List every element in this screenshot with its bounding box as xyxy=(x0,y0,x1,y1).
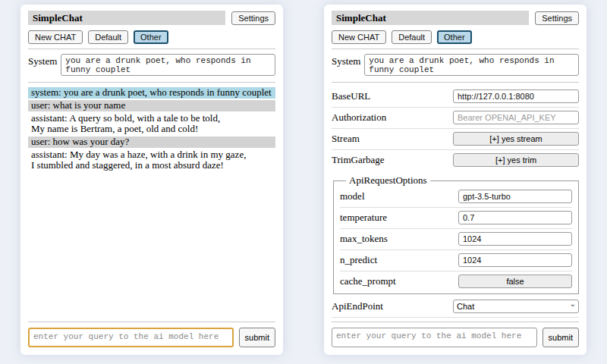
setting-label: TrimGarbage xyxy=(332,154,385,166)
setting-row-authorization: Authorization xyxy=(332,108,579,129)
setting-label: BaseURL xyxy=(332,90,370,102)
setting-label: cache_prompt xyxy=(340,275,396,287)
submit-button[interactable]: submit xyxy=(239,328,275,347)
trimgarbage-toggle-button[interactable]: [+] yes trim xyxy=(453,153,579,167)
app-title: SimpleChat xyxy=(332,11,529,25)
system-label: System xyxy=(332,54,360,76)
setting-row-baseurl: BaseURL xyxy=(332,86,579,108)
setting-label: Authorization xyxy=(332,111,386,124)
titlebar-row: SimpleChat Settings xyxy=(28,11,275,25)
session-tab-default[interactable]: Default xyxy=(392,30,432,44)
settings-button[interactable]: Settings xyxy=(535,11,579,25)
divider xyxy=(28,82,275,83)
chat-message-assistant: assistant: A query so bold, with a tale … xyxy=(28,113,275,135)
setting-label: temperature xyxy=(340,212,387,224)
chat-message-user: user: what is your name xyxy=(28,100,275,111)
setting-row-chathistoryinctxt: ChatHistoryInCtxt Last1 ⌄ xyxy=(332,318,579,318)
toolbar: New CHAT Default Other xyxy=(332,30,579,44)
chat-panel: SimpleChat Settings New CHAT Default Oth… xyxy=(20,5,283,355)
setting-row-model: model xyxy=(340,187,572,208)
settings-button[interactable]: Settings xyxy=(231,11,275,25)
setting-row-apiendpoint: ApiEndPoint Chat ⌄ xyxy=(332,296,579,318)
settings-panel: SimpleChat Settings New CHAT Default Oth… xyxy=(324,5,587,355)
toolbar: New CHAT Default Other xyxy=(28,30,275,44)
n-predict-input[interactable] xyxy=(458,253,572,267)
session-tab-default[interactable]: Default xyxy=(88,30,128,44)
cache-prompt-toggle-button[interactable]: false xyxy=(458,275,572,288)
setting-row-stream: Stream [+] yes stream xyxy=(332,129,579,150)
query-row: submit xyxy=(332,322,579,347)
system-prompt-input[interactable]: you are a drunk poet, who responds in fu… xyxy=(364,54,579,76)
submit-button[interactable]: submit xyxy=(543,328,579,347)
session-tab-other[interactable]: Other xyxy=(437,30,472,44)
api-request-options-group: ApiRequestOptions model temperature max_… xyxy=(333,174,579,294)
system-row: System you are a drunk poet, who respond… xyxy=(332,54,579,76)
system-row: System you are a drunk poet, who respond… xyxy=(28,54,275,76)
setting-row-cache-prompt: cache_prompt false xyxy=(340,271,572,292)
temperature-input[interactable] xyxy=(458,211,572,224)
baseurl-input[interactable] xyxy=(453,89,579,103)
settings-list: BaseURL Authorization Stream [+] yes str… xyxy=(332,86,579,318)
setting-row-trimgarbage: TrimGarbage [+] yes trim xyxy=(332,150,579,171)
new-chat-button[interactable]: New CHAT xyxy=(332,30,386,44)
divider xyxy=(332,49,579,49)
setting-label: Stream xyxy=(332,133,360,145)
setting-label: model xyxy=(340,190,365,202)
titlebar-row: SimpleChat Settings xyxy=(332,11,579,25)
system-label: System xyxy=(28,54,57,76)
setting-label: n_predict xyxy=(340,254,377,266)
query-input[interactable] xyxy=(332,328,537,347)
query-row: submit xyxy=(28,322,275,347)
new-chat-button[interactable]: New CHAT xyxy=(28,30,83,44)
api-request-options-legend: ApiRequestOptions xyxy=(346,174,430,187)
authorization-input[interactable] xyxy=(453,111,579,124)
query-input[interactable] xyxy=(28,328,234,347)
chat-message-user: user: how was your day? xyxy=(28,136,275,148)
chat-message-assistant: assistant: My day was a haze, with a dri… xyxy=(28,149,275,171)
apiendpoint-select-wrap: Chat ⌄ xyxy=(453,299,579,313)
setting-row-n-predict: n_predict xyxy=(340,250,572,271)
divider xyxy=(28,49,275,49)
divider xyxy=(332,82,579,83)
model-input[interactable] xyxy=(458,190,572,203)
system-prompt-input[interactable]: you are a drunk poet, who responds in fu… xyxy=(61,54,275,76)
apiendpoint-select[interactable]: Chat xyxy=(453,300,579,313)
session-tab-other[interactable]: Other xyxy=(134,30,168,44)
setting-label: ApiEndPoint xyxy=(332,300,383,312)
chat-message-system: system: you are a drunk poet, who respon… xyxy=(28,87,275,99)
setting-row-max-tokens: max_tokens xyxy=(340,229,572,250)
app-title: SimpleChat xyxy=(28,11,225,25)
setting-row-temperature: temperature xyxy=(340,208,572,229)
stream-toggle-button[interactable]: [+] yes stream xyxy=(453,132,579,146)
chat-message-list[interactable]: system: you are a drunk poet, who respon… xyxy=(28,87,275,318)
max-tokens-input[interactable] xyxy=(458,232,572,246)
setting-label: max_tokens xyxy=(340,233,388,245)
